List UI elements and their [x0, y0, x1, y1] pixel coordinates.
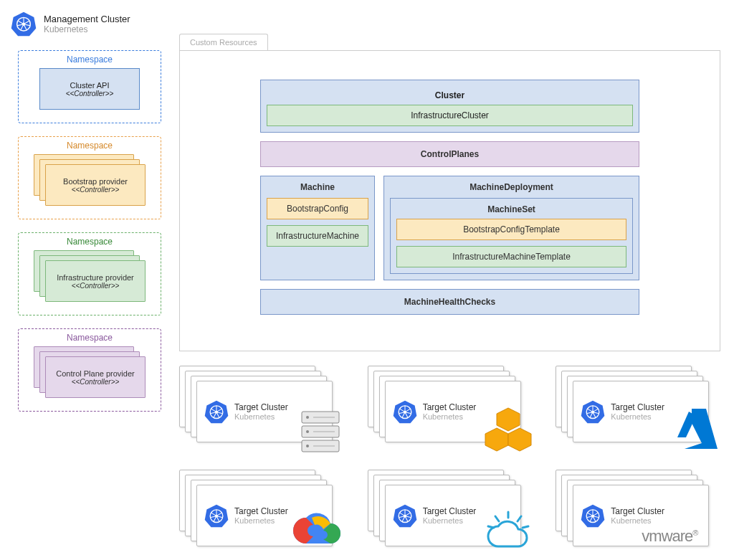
- svg-line-35: [495, 516, 499, 521]
- management-cluster-header: Management Cluster Kubernetes: [11, 11, 130, 37]
- namespace-label: Namespace: [67, 141, 113, 151]
- target-cluster-title: Target Cluster: [423, 506, 477, 516]
- tab-custom-resources: Custom Resources: [179, 34, 268, 50]
- namespace-label: Namespace: [67, 237, 113, 247]
- svg-line-38: [523, 526, 528, 528]
- bootstrap-provider-card: Bootstrap provider <<Controller>>: [45, 164, 146, 206]
- custom-resources-panel: Custom Resources Cluster InfrastructureC…: [179, 50, 720, 351]
- bootstrap-config-box: BootstrapConfig: [267, 198, 368, 219]
- header-text: Management Cluster Kubernetes: [44, 14, 130, 34]
- target-cluster-gcp: Target Cluster Kubernetes: [179, 470, 355, 552]
- svg-marker-30: [485, 428, 508, 451]
- kubernetes-icon: [581, 503, 605, 528]
- target-cluster-baremetal: Target Cluster Kubernetes: [179, 366, 355, 448]
- svg-line-36: [518, 516, 521, 521]
- infrastructure-machine-template-box: InfrastructureMachineTemplate: [396, 246, 626, 267]
- target-cluster-title: Target Cluster: [234, 506, 288, 516]
- svg-marker-29: [497, 408, 520, 431]
- target-cluster-azure: Target Cluster Kubernetes: [556, 366, 731, 448]
- svg-point-25: [306, 445, 309, 447]
- svg-point-9: [22, 23, 25, 26]
- kubernetes-icon: [581, 399, 605, 424]
- control-plane-provider-stack: Control Plane provider <<Controller>>: [34, 346, 146, 398]
- target-cluster-vmware: Target Cluster Kubernetes vmware®: [556, 470, 731, 552]
- target-cluster-subtitle: Kubernetes: [423, 412, 477, 421]
- card-title: Infrastructure provider: [57, 273, 134, 282]
- aws-icon: [482, 405, 534, 457]
- machine-deployment-title: MachineDeployment: [390, 182, 633, 198]
- machine-set-title: MachineSet: [396, 204, 626, 219]
- target-cluster-title: Target Cluster: [611, 506, 664, 516]
- machine-title: Machine: [267, 182, 368, 198]
- header-subtitle: Kubernetes: [44, 24, 130, 34]
- card-stereotype: <<Controller>>: [72, 282, 120, 290]
- machine-deployment-box: MachineDeployment MachineSet BootstrapCo…: [383, 176, 639, 280]
- cluster-api-controller-card: Cluster API <<Controller>>: [39, 68, 140, 110]
- svg-marker-31: [508, 428, 531, 451]
- target-cluster-title: Target Cluster: [423, 402, 477, 412]
- server-rack-icon: [297, 409, 343, 455]
- infrastructure-provider-stack: Infrastructure provider <<Controller>>: [34, 250, 146, 302]
- target-cluster-subtitle: Kubernetes: [234, 412, 288, 421]
- target-clusters-grid: Target Cluster Kubernetes Target Cluster…: [179, 366, 731, 552]
- machine-set-box: MachineSet BootstrapConfigTemplate Infra…: [390, 198, 633, 274]
- target-cluster-subtitle: Kubernetes: [234, 516, 288, 525]
- card-stereotype: <<Controller>>: [72, 378, 120, 386]
- target-cluster-aws: Target Cluster Kubernetes: [368, 366, 543, 448]
- kubernetes-icon: [204, 399, 229, 424]
- infrastructure-provider-card: Infrastructure provider <<Controller>>: [45, 260, 146, 302]
- target-cluster-subtitle: Kubernetes: [611, 412, 664, 421]
- kubernetes-icon: [204, 503, 229, 528]
- namespace-bootstrap-provider: Namespace Bootstrap provider <<Controlle…: [18, 136, 161, 219]
- namespace-infrastructure-provider: Namespace Infrastructure provider <<Cont…: [18, 232, 161, 315]
- card-stereotype: <<Controller>>: [72, 186, 120, 194]
- svg-point-24: [306, 430, 309, 433]
- card-title: Cluster API: [70, 81, 109, 90]
- cluster-box: Cluster InfrastructureCluster: [260, 80, 639, 133]
- svg-point-23: [306, 416, 309, 419]
- card-title: Bootstrap provider: [63, 177, 128, 186]
- gcp-icon: [290, 509, 342, 552]
- namespace-cluster-api: Namespace Cluster API <<Controller>>: [18, 50, 161, 123]
- ibm-cloud-icon: [481, 509, 535, 552]
- target-cluster-title: Target Cluster: [234, 402, 288, 412]
- infrastructure-cluster-box: InfrastructureCluster: [267, 105, 633, 126]
- infrastructure-machine-box: InfrastructureMachine: [267, 225, 368, 247]
- machine-box: Machine BootstrapConfig InfrastructureMa…: [260, 176, 375, 280]
- target-cluster-title: Target Cluster: [611, 402, 664, 412]
- bootstrap-provider-stack: Bootstrap provider <<Controller>>: [34, 154, 146, 206]
- control-plane-provider-card: Control Plane provider <<Controller>>: [45, 356, 146, 398]
- namespace-label: Namespace: [67, 54, 113, 65]
- target-cluster-subtitle: Kubernetes: [611, 516, 664, 525]
- kubernetes-icon: [11, 11, 37, 37]
- kubernetes-icon: [393, 399, 417, 424]
- card-stereotype: <<Controller>>: [66, 90, 114, 98]
- namespace-control-plane-provider: Namespace Control Plane provider <<Contr…: [18, 328, 161, 412]
- namespace-label: Namespace: [67, 333, 113, 343]
- sidebar: Namespace Cluster API <<Controller>> Nam…: [18, 50, 161, 424]
- target-cluster-ibm: Target Cluster Kubernetes: [368, 470, 543, 552]
- cluster-title: Cluster: [267, 86, 633, 105]
- controlplanes-box: ControlPlanes: [260, 141, 639, 167]
- bootstrap-config-template-box: BootstrapConfigTemplate: [396, 219, 626, 240]
- vmware-icon: vmware®: [642, 527, 734, 549]
- azure-icon: [670, 402, 725, 456]
- machine-health-checks-box: MachineHealthChecks: [260, 289, 639, 315]
- header-title: Management Cluster: [44, 14, 130, 24]
- target-cluster-subtitle: Kubernetes: [423, 516, 477, 525]
- card-title: Control Plane provider: [56, 369, 134, 378]
- kubernetes-icon: [393, 503, 417, 528]
